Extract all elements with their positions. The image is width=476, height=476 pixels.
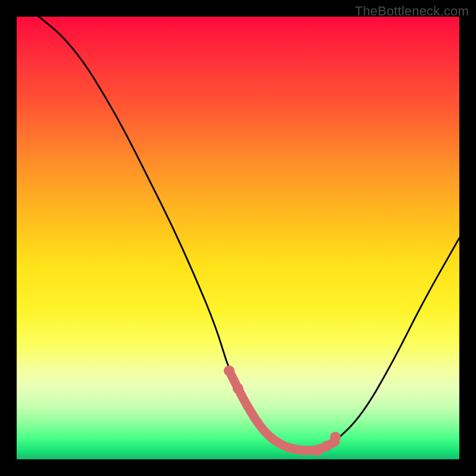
curve-svg (17, 17, 459, 459)
optimal-dot (321, 441, 332, 452)
optimal-dot (233, 383, 243, 394)
watermark-text: TheBottleneck.com (355, 4, 469, 19)
optimal-dot (330, 432, 341, 443)
bottleneck-curve (39, 17, 459, 450)
optimal-dot (224, 365, 234, 376)
plot-area (17, 17, 459, 459)
chart-stage: TheBottleneck.com (0, 0, 476, 476)
optimal-range-segment (229, 371, 336, 450)
